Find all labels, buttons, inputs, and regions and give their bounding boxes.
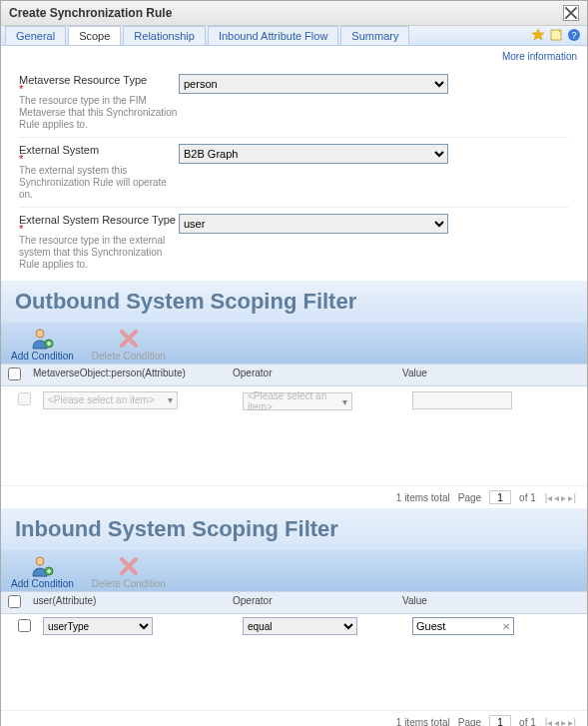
label-external-system: External System * The external system th… [19,144,179,201]
required-marker: * [19,86,179,92]
inbound-section-header: Inbound System Scoping Filter [1,508,587,550]
delete-x-icon [117,327,141,351]
inbound-val-wrap: ✕ [412,617,514,635]
outbound-filter-header: MetaverseObject:person(Attribute) Operat… [1,363,587,386]
inbound-col-val: Value [396,592,587,613]
tabbar-actions: ? [531,28,581,42]
first-page-icon[interactable]: |◂ [544,717,554,727]
form-area: Metaverse Resource Type * The resource t… [1,62,587,281]
outbound-select-all-checkbox[interactable] [8,367,21,380]
svg-text:?: ? [571,30,576,40]
required-marker: * [19,226,179,232]
inbound-title: Inbound System Scoping Filter [15,516,573,542]
inbound-filter-header: user(Attribute) Operator Value [1,591,587,614]
inbound-filter-body: userType equal ✕ [1,614,587,710]
outbound-page-input[interactable] [489,490,511,504]
person-plus-icon [30,554,54,578]
more-info-link[interactable]: More information [502,51,577,62]
last-page-icon[interactable]: ▸| [567,717,577,727]
outbound-page-of: of 1 [519,492,536,503]
tab-general[interactable]: General [5,26,66,45]
inbound-select-all-checkbox[interactable] [8,595,21,608]
svg-point-4 [36,330,44,338]
inbound-filter-row: userType equal ✕ [11,614,577,638]
inbound-col-attr: user(Attribute) [27,592,227,613]
outbound-section-header: Outbound System Scoping Filter [1,281,587,323]
dialog-title: Create Synchronization Rule [9,6,172,20]
outbound-attr-select[interactable]: <Please select an item>▾ [43,391,178,409]
first-page-icon[interactable]: |◂ [544,492,554,503]
help-icon[interactable]: ? [567,28,581,42]
svg-marker-0 [532,29,544,40]
inbound-op-select[interactable]: equal [243,617,357,635]
outbound-col-attr: MetaverseObject:person(Attribute) [27,364,227,385]
inbound-page-of: of 1 [519,717,536,727]
required-marker: * [19,156,179,162]
outbound-page-label: Page [458,492,481,503]
outbound-items-total: 1 items total [396,492,450,503]
tab-inbound-attribute-flow[interactable]: Inbound Attribute Flow [208,26,338,45]
tabbar: General Scope Relationship Inbound Attri… [1,26,587,46]
person-plus-icon [30,327,54,351]
outbound-col-op: Operator [227,364,396,385]
inbound-page-input[interactable] [489,715,511,726]
outbound-op-select[interactable]: <Please select an item>▾ [243,392,352,410]
inbound-delete-condition-button[interactable]: Delete Condition [92,554,166,589]
outbound-filter-body: <Please select an item>▾ <Please select … [1,386,587,485]
outbound-pager: 1 items total Page of 1 |◂◂▸▸| [1,485,587,508]
inbound-row-checkbox[interactable] [18,619,31,632]
outbound-filter-row: <Please select an item>▾ <Please select … [11,386,577,413]
outbound-toolbar: Add Condition Delete Condition [1,323,587,363]
inbound-add-condition-button[interactable]: Add Condition [11,554,74,589]
row-external-type: External System Resource Type * The reso… [19,207,569,277]
outbound-val-input [412,391,512,409]
inbound-val-input[interactable] [413,618,499,634]
inbound-pager: 1 items total Page of 1 |◂◂▸▸| [1,710,587,726]
more-info-row: More information [1,46,587,62]
metaverse-type-select[interactable]: person [179,74,448,94]
external-type-select[interactable]: user [179,214,448,234]
clear-value-icon[interactable]: ✕ [499,621,513,632]
tab-scope[interactable]: Scope [68,26,121,45]
star-icon[interactable] [531,28,545,42]
dialog: Create Synchronization Rule General Scop… [0,0,588,726]
tab-summary[interactable]: Summary [340,26,409,45]
external-system-select[interactable]: B2B Graph [179,144,448,164]
close-icon [564,6,578,20]
outbound-delete-condition-button[interactable]: Delete Condition [92,327,166,362]
svg-point-6 [36,557,44,565]
outbound-col-val: Value [396,364,587,385]
outbound-row-checkbox [18,392,31,405]
inbound-items-total: 1 items total [396,717,450,727]
inbound-toolbar: Add Condition Delete Condition [1,550,587,591]
outbound-title: Outbound System Scoping Filter [15,289,573,315]
tab-relationship[interactable]: Relationship [123,26,206,45]
label-external-type: External System Resource Type * The reso… [19,214,179,271]
outbound-add-condition-button[interactable]: Add Condition [11,327,74,362]
outbound-pager-nav: |◂◂▸▸| [544,492,577,503]
note-icon[interactable] [549,28,563,42]
titlebar: Create Synchronization Rule [1,1,587,26]
last-page-icon[interactable]: ▸| [567,492,577,503]
row-metaverse-type: Metaverse Resource Type * The resource t… [19,68,569,137]
inbound-attr-select[interactable]: userType [43,617,153,635]
inbound-col-op: Operator [227,592,396,613]
delete-x-icon [117,554,141,578]
label-metaverse-type: Metaverse Resource Type * The resource t… [19,74,179,131]
inbound-pager-nav: |◂◂▸▸| [544,717,577,727]
inbound-page-label: Page [458,717,481,727]
close-button[interactable] [563,5,579,21]
row-external-system: External System * The external system th… [19,137,569,207]
